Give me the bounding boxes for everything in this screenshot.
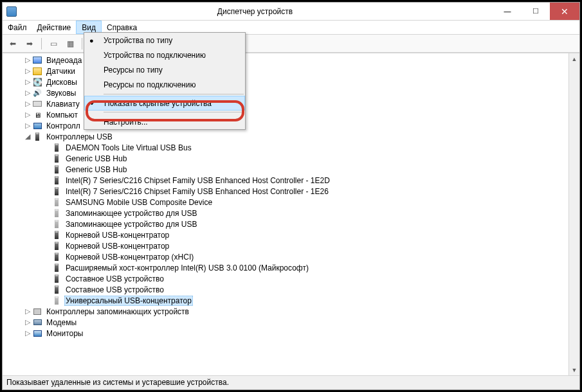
maximize-button[interactable] <box>522 3 550 20</box>
tree-usb-item[interactable]: Generic USB Hub <box>8 164 568 175</box>
menu-customize[interactable]: Настроить... <box>84 114 245 129</box>
tree-item-label: SAMSUNG Mobile USB Composite Device <box>64 198 214 207</box>
tree-usb-item[interactable]: Универсальный USB-концентратор <box>8 295 568 306</box>
menu-devices-by-connection[interactable]: Устройства по подключению <box>84 48 245 62</box>
usb-icon <box>55 296 59 305</box>
tree-usb-item[interactable]: Generic USB Hub <box>8 153 568 164</box>
tree-item-label: Запоминающее устройство для USB <box>64 220 198 229</box>
usb-icon <box>55 263 59 272</box>
usb-icon <box>55 274 59 283</box>
show-hide-tree-button[interactable]: ▭ <box>46 37 61 51</box>
storage-icon <box>33 308 41 315</box>
tree-usb-item[interactable]: Корневой USB-концентратор <box>8 240 568 251</box>
tree-item-label: Generic USB Hub <box>64 165 128 174</box>
sensor-icon <box>33 67 42 75</box>
display-icon <box>33 57 42 64</box>
back-button[interactable]: ⬅ <box>5 37 21 51</box>
tree-usb-item[interactable]: Расширяемый хост-контроллер Intel(R) USB… <box>8 262 568 273</box>
separator <box>41 38 42 49</box>
usb-icon <box>55 187 59 195</box>
menu-show-hidden[interactable]: ✔Показать скрытые устройства <box>84 96 245 111</box>
usb-icon <box>55 143 59 152</box>
bullet-icon: ● <box>89 37 94 44</box>
tree-usb-item[interactable]: Составное USB устройство <box>8 273 568 284</box>
window-title: Диспетчер устройств <box>17 7 493 16</box>
tree-item-label: Запоминающее устройство для USB <box>64 209 198 218</box>
tree-usb-item[interactable]: Корневой USB-концентратор <box>8 229 568 240</box>
tree-item-label: Составное USB устройство <box>64 285 165 294</box>
tree-item-label: Корневой USB-концентратор (xHCI) <box>64 253 195 262</box>
device-manager-window: Диспетчер устройств Файл Действие Вид Сп… <box>2 2 580 390</box>
modem-icon <box>33 319 42 325</box>
monitor-icon <box>33 330 42 337</box>
keyboard-icon <box>33 101 42 107</box>
usb-icon <box>55 198 59 206</box>
usb-icon <box>55 231 59 239</box>
menu-separator <box>104 94 244 94</box>
app-icon <box>6 6 17 17</box>
usb-icon <box>55 209 59 217</box>
usb-icon <box>55 220 59 228</box>
separator <box>82 38 82 49</box>
menu-resources-by-type[interactable]: Ресурсы по типу <box>84 62 245 77</box>
usb-icon <box>55 176 59 184</box>
tree-item-label: Корневой USB-концентратор <box>64 231 170 240</box>
usb-icon <box>55 242 59 250</box>
tree-usb-item[interactable]: Intel(R) 7 Series/C216 Chipset Family US… <box>8 186 568 197</box>
minimize-button[interactable] <box>493 3 522 20</box>
tree-usb-item[interactable]: SAMSUNG Mobile USB Composite Device <box>8 197 568 208</box>
check-icon: ✔ <box>90 99 96 107</box>
window-controls <box>493 3 579 20</box>
tree-cat-storage[interactable]: ▷Контроллеры запоминающих устройств <box>8 306 568 317</box>
disk-icon <box>32 77 42 87</box>
usb-icon <box>35 132 39 141</box>
tree-item-label: DAEMON Tools Lite Virtual USB Bus <box>64 143 193 152</box>
titlebar: Диспетчер устройств <box>3 3 579 21</box>
tree-usb-item[interactable]: Запоминающее устройство для USB <box>8 208 568 218</box>
controller-icon <box>33 123 42 129</box>
tree-item-label: Корневой USB-концентратор <box>64 242 170 251</box>
view-dropdown: ●Устройства по типу Устройства по подклю… <box>84 32 246 130</box>
properties-button[interactable]: ▦ <box>62 37 78 51</box>
menu-separator <box>104 112 244 112</box>
tree-item-label: Generic USB Hub <box>64 154 128 163</box>
menu-action[interactable]: Действие <box>32 21 77 34</box>
tree-cat-usb[interactable]: ◢Контроллеры USB <box>8 131 568 142</box>
tree-cat-modems[interactable]: ▷Модемы <box>8 317 568 328</box>
usb-icon <box>55 165 59 174</box>
tree-usb-item[interactable]: Запоминающее устройство для USB <box>8 218 568 229</box>
forward-button[interactable]: ➡ <box>22 37 37 51</box>
tree-usb-item[interactable]: DAEMON Tools Lite Virtual USB Bus <box>8 142 568 153</box>
tree-item-label: Универсальный USB-концентратор <box>64 296 193 306</box>
scroll-up-icon[interactable]: ▲ <box>569 53 579 64</box>
scroll-down-icon[interactable]: ▼ <box>569 364 579 375</box>
tree-item-label: Intel(R) 7 Series/C216 Chipset Family US… <box>64 187 330 196</box>
menu-devices-by-type[interactable]: ●Устройства по типу <box>84 33 245 48</box>
tree-item-label: Составное USB устройство <box>64 274 165 283</box>
tree-item-label: Intel(R) 7 Series/C216 Chipset Family US… <box>64 176 331 185</box>
usb-icon <box>55 285 59 294</box>
sound-icon <box>32 88 42 98</box>
vertical-scrollbar[interactable]: ▲ ▼ <box>568 53 579 375</box>
usb-icon <box>55 253 59 261</box>
tree-cat-monitors[interactable]: ▷Мониторы <box>8 328 568 339</box>
usb-icon <box>55 154 59 163</box>
tree-usb-item[interactable]: Составное USB устройство <box>8 284 568 295</box>
menu-resources-by-connection[interactable]: Ресурсы по подключению <box>84 77 245 92</box>
tree-usb-item[interactable]: Intel(R) 7 Series/C216 Chipset Family US… <box>8 175 568 186</box>
tree-usb-item[interactable]: Корневой USB-концентратор (xHCI) <box>8 251 568 262</box>
close-button[interactable] <box>550 3 579 20</box>
scroll-track[interactable] <box>569 64 579 364</box>
tree-item-label: Расширяемый хост-контроллер Intel(R) USB… <box>64 263 310 272</box>
status-bar: Показывает удаленные из системы и устаре… <box>3 375 579 389</box>
computer-icon <box>32 110 42 120</box>
menu-file[interactable]: Файл <box>3 21 32 34</box>
